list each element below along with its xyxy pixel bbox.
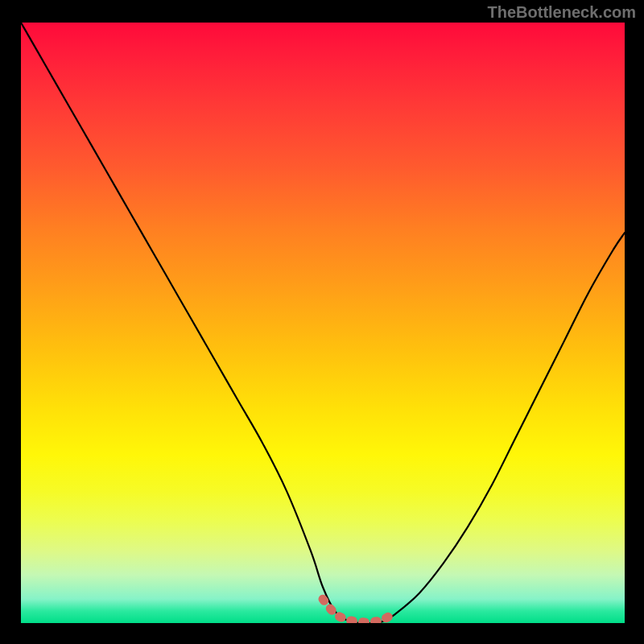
optimal-range-highlight: [323, 599, 395, 622]
plot-area: [21, 23, 625, 623]
watermark-text: TheBottleneck.com: [488, 3, 636, 22]
chart-container: TheBottleneck.com: [0, 0, 644, 644]
curve-overlay: [21, 23, 625, 623]
bottleneck-curve: [21, 23, 625, 623]
